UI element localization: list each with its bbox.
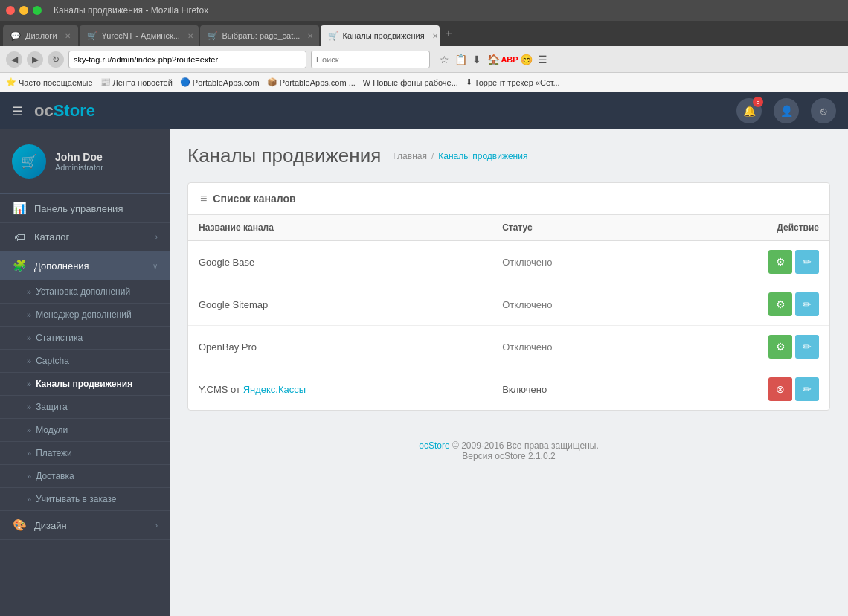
- settings-button[interactable]: ⚙: [768, 250, 792, 274]
- table-row: Y.CMS от Яндекс.Кассы Включено ⊗ ✏: [188, 368, 829, 411]
- breadcrumb-current: Каналы продвижения: [438, 151, 527, 161]
- channel-actions: ⊗ ✏: [660, 368, 829, 411]
- app-header: ☰ ocStore 🔔 8 👤 ⎋: [0, 92, 848, 129]
- notification-badge: 8: [753, 97, 763, 107]
- browser-tab-dialogi[interactable]: 💬 Диалоги ✕: [3, 25, 78, 46]
- logout-icon[interactable]: ⎋: [811, 98, 836, 123]
- chevron-right-icon: ›: [155, 233, 158, 241]
- main-layout: 🛒 John Doe Administrator 📊 Панель управл…: [0, 129, 848, 616]
- sidebar-subitem-payments[interactable]: Платежи: [0, 442, 170, 465]
- sidebar-subitem-stats[interactable]: Статистика: [0, 327, 170, 350]
- bookmark-icon[interactable]: 📋: [454, 53, 467, 66]
- notification-bell[interactable]: 🔔 8: [736, 98, 762, 123]
- sidebar-subitem-channels[interactable]: Каналы продвижения: [0, 373, 170, 396]
- search-input[interactable]: [311, 51, 430, 68]
- download-icon[interactable]: ⬇: [470, 53, 484, 66]
- yandex-kassy-link[interactable]: Яндекс.Кассы: [243, 384, 306, 395]
- new-tab-button[interactable]: +: [441, 27, 457, 40]
- sidebar-subitem-security[interactable]: Защита: [0, 396, 170, 419]
- bookmark-torrent[interactable]: ⬇ Торрент трекер «Сет...: [466, 77, 560, 87]
- channel-actions: ⚙ ✏: [660, 326, 829, 368]
- close-btn[interactable]: [6, 6, 15, 15]
- bookmark-portableapps2[interactable]: 📦 PortableApps.com ...: [267, 77, 356, 87]
- channel-name: Google Sitemap: [188, 283, 492, 326]
- sidebar-item-catalog[interactable]: 🏷 Каталог ›: [0, 223, 170, 251]
- action-buttons: ⚙ ✏: [670, 250, 819, 274]
- col-name: Название канала: [188, 215, 492, 241]
- tab-label: Выбрать: page_cat...: [222, 31, 301, 40]
- bookmark-wallpapers[interactable]: W Новые фоны рабоче...: [363, 78, 458, 87]
- channel-name: OpenBay Pro: [188, 326, 492, 368]
- browser-tab-yurecnt[interactable]: 🛒 YurecNT - Админск... ✕: [80, 25, 199, 46]
- browser-titlebar: Каналы продвижения - Mozilla Firefox: [0, 0, 848, 21]
- breadcrumb-home[interactable]: Главная: [393, 151, 427, 161]
- sidebar-subitem-modules[interactable]: Модули: [0, 419, 170, 442]
- edit-button[interactable]: ✏: [795, 377, 819, 401]
- sidebar-subitem-delivery[interactable]: Доставка: [0, 465, 170, 488]
- browser-tab-kanaly[interactable]: 🛒 Каналы продвижения ✕: [321, 25, 440, 46]
- sidebar: 🛒 John Doe Administrator 📊 Панель управл…: [0, 129, 170, 616]
- design-icon: 🎨: [12, 519, 27, 532]
- avatar: 🛒: [12, 144, 46, 179]
- forward-button[interactable]: ▶: [27, 51, 43, 68]
- hamburger-icon[interactable]: ☰: [12, 104, 22, 118]
- channel-name: Google Base: [188, 241, 492, 283]
- sidebar-subitem-captcha[interactable]: Captcha: [0, 350, 170, 373]
- tab-label: YurecNT - Админск...: [102, 31, 180, 40]
- sidebar-subitem-install[interactable]: Установка дополнений: [0, 280, 170, 304]
- edit-button[interactable]: ✏: [795, 292, 819, 316]
- bookmark-frequently[interactable]: ⭐ Часто посещаемые: [6, 77, 93, 87]
- menu-icon[interactable]: ☰: [536, 53, 549, 66]
- settings-button[interactable]: ⚙: [768, 292, 792, 316]
- user-profile: 🛒 John Doe Administrator: [0, 129, 170, 194]
- tab-label: Каналы продвижения: [343, 31, 425, 40]
- table-row: Google Base Отключено ⚙ ✏: [188, 241, 829, 283]
- home-icon[interactable]: 🏠: [486, 53, 500, 66]
- channel-actions: ⚙ ✏: [660, 241, 829, 283]
- address-input[interactable]: [68, 51, 306, 68]
- edit-button[interactable]: ✏: [795, 250, 819, 274]
- list-icon: ≡: [200, 192, 207, 205]
- maximize-btn[interactable]: [33, 6, 42, 15]
- user-name: John Doe: [55, 151, 103, 163]
- tab-label: Диалоги: [25, 31, 57, 40]
- toolbar-icons: ☆ 📋 ⬇ 🏠 ABP 😊 ☰: [437, 53, 549, 66]
- chevron-right-icon: ›: [155, 522, 158, 530]
- bookmark-news[interactable]: 📰 Лента новостей: [100, 77, 173, 87]
- channels-card: ≡ Список каналов Название канала Статус …: [187, 182, 830, 411]
- star-icon[interactable]: ☆: [437, 53, 451, 66]
- col-action: Действие: [660, 215, 829, 241]
- user-role: Administrator: [55, 163, 103, 172]
- channel-status: Отключено: [492, 283, 660, 326]
- bookmark-portableapps1[interactable]: 🔵 PortableApps.com: [180, 77, 260, 87]
- action-buttons: ⊗ ✏: [670, 377, 819, 401]
- sidebar-item-design[interactable]: 🎨 Дизайн ›: [0, 511, 170, 540]
- channel-status: Включено: [492, 368, 660, 411]
- page-title: Каналы продвижения: [187, 144, 381, 167]
- table-row: Google Sitemap Отключено ⚙ ✏: [188, 283, 829, 326]
- sidebar-item-dashboard[interactable]: 📊 Панель управления: [0, 194, 170, 223]
- sidebar-item-addons[interactable]: 🧩 Дополнения ∨: [0, 251, 170, 280]
- addons-icon: 🧩: [12, 259, 27, 272]
- channel-status: Отключено: [492, 326, 660, 368]
- action-buttons: ⚙ ✏: [670, 292, 819, 316]
- window-title: Каналы продвижения - Mozilla Firefox: [54, 5, 208, 16]
- footer-brand[interactable]: ocStore: [419, 440, 449, 451]
- reload-button[interactable]: ↻: [48, 51, 64, 68]
- back-button[interactable]: ◀: [6, 51, 22, 68]
- minimize-btn[interactable]: [19, 6, 28, 15]
- emoji-icon[interactable]: 😊: [519, 53, 533, 66]
- sidebar-subitem-manager[interactable]: Менеджер дополнений: [0, 304, 170, 327]
- disable-button[interactable]: ⊗: [768, 377, 792, 401]
- action-buttons: ⚙ ✏: [670, 335, 819, 359]
- edit-button[interactable]: ✏: [795, 335, 819, 359]
- card-title: Список каналов: [213, 193, 295, 205]
- browser-tab-vybrat[interactable]: 🛒 Выбрать: page_cat... ✕: [200, 25, 319, 46]
- adblock-icon[interactable]: ABP: [503, 53, 516, 66]
- col-status: Статус: [492, 215, 660, 241]
- card-header: ≡ Список каналов: [188, 183, 829, 215]
- sidebar-subitem-order-total[interactable]: Учитывать в заказе: [0, 488, 170, 511]
- user-icon[interactable]: 👤: [774, 98, 799, 123]
- dashboard-icon: 📊: [12, 202, 27, 215]
- settings-button[interactable]: ⚙: [768, 335, 792, 359]
